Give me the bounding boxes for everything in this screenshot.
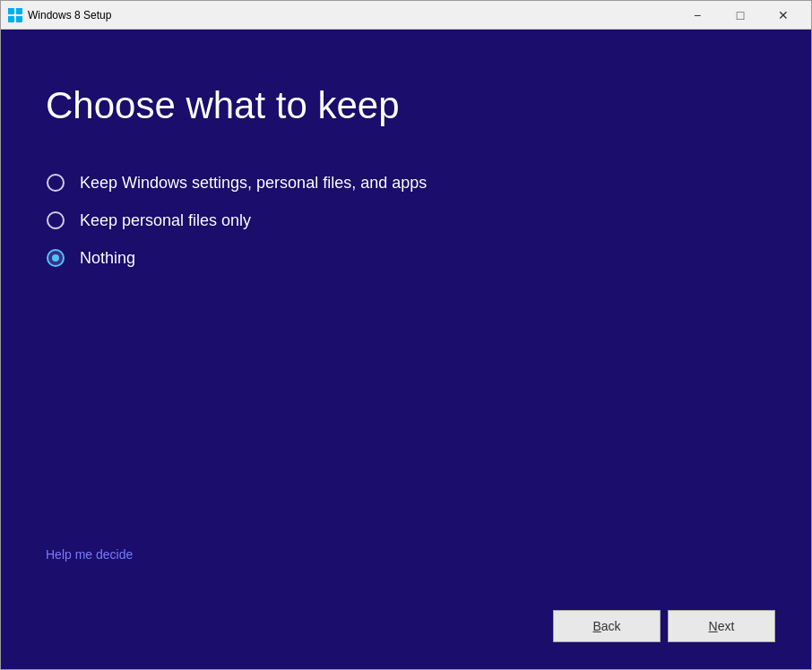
radio-keep-all[interactable]	[46, 173, 65, 193]
radio-nothing[interactable]	[46, 248, 65, 268]
app-icon	[8, 8, 22, 22]
next-button[interactable]: Next	[668, 610, 775, 642]
titlebar: Windows 8 Setup − □ ✕	[1, 1, 811, 30]
option-nothing-label: Nothing	[80, 249, 135, 268]
minimize-button[interactable]: −	[677, 4, 718, 26]
back-underline: B	[592, 619, 600, 633]
radio-outer-keep-files	[47, 211, 65, 229]
radio-outer-keep-all	[47, 174, 65, 192]
window-controls: − □ ✕	[677, 4, 804, 26]
option-keep-all[interactable]: Keep Windows settings, personal files, a…	[46, 173, 766, 193]
footer-buttons: Back Next	[553, 610, 775, 642]
svg-rect-2	[8, 16, 14, 22]
close-button[interactable]: ✕	[763, 4, 804, 26]
window-title: Windows 8 Setup	[28, 9, 677, 21]
back-button[interactable]: Back	[553, 610, 661, 642]
svg-rect-0	[8, 8, 14, 14]
svg-rect-1	[16, 8, 22, 14]
option-keep-files[interactable]: Keep personal files only	[46, 210, 766, 230]
radio-keep-files[interactable]	[46, 210, 65, 230]
page-title: Choose what to keep	[46, 83, 766, 128]
help-link[interactable]: Help me decide	[46, 547, 133, 562]
maximize-button[interactable]: □	[720, 4, 761, 26]
option-nothing[interactable]: Nothing	[46, 248, 766, 268]
back-button-label: Back	[592, 619, 620, 633]
options-list: Keep Windows settings, personal files, a…	[46, 173, 766, 268]
radio-inner-nothing	[52, 254, 59, 262]
next-underline: N	[709, 619, 718, 633]
main-content: Choose what to keep Keep Windows setting…	[1, 30, 811, 669]
option-keep-all-label: Keep Windows settings, personal files, a…	[80, 174, 427, 193]
radio-outer-nothing	[47, 249, 65, 267]
svg-rect-3	[16, 16, 22, 22]
option-keep-files-label: Keep personal files only	[80, 211, 251, 230]
next-button-label: Next	[709, 619, 735, 633]
setup-window: Windows 8 Setup − □ ✕ Choose what to kee…	[0, 0, 812, 670]
